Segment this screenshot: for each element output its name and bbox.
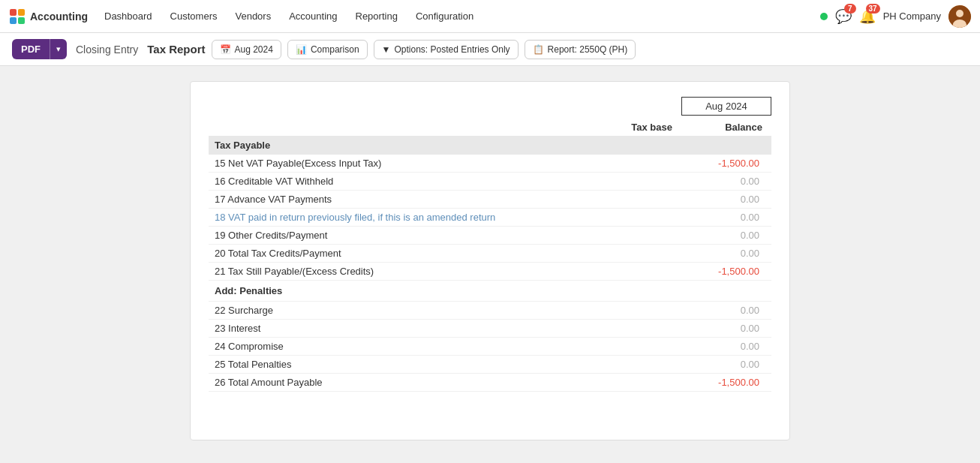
activity-notification[interactable]: 🔔 37: [859, 8, 876, 25]
table-row: 22 Surcharge 0.00: [209, 302, 771, 320]
avatar-icon: [948, 5, 971, 28]
company-name: PH Company: [883, 11, 941, 22]
avatar[interactable]: [948, 5, 971, 28]
nav-vendors[interactable]: Vendors: [227, 6, 278, 26]
chart-icon: 📊: [296, 44, 307, 55]
filter-icon: ▼: [382, 44, 391, 55]
options-label: Options: Posted Entries Only: [394, 44, 510, 55]
comparison-label: Comparison: [311, 44, 359, 55]
table-row: 17 Advance VAT Payments 0.00: [209, 191, 771, 209]
brand-label: Accounting: [30, 11, 88, 23]
table-row: 16 Creditable VAT Withheld 0.00: [209, 173, 771, 191]
row-21-label: 21 Tax Still Payable/(Excess Credits): [215, 266, 585, 277]
table-row: 23 Interest 0.00: [209, 320, 771, 338]
report-header: Aug 2024: [209, 97, 771, 116]
row-20-label: 20 Total Tax Credits/Payment: [215, 248, 585, 259]
report-type-button[interactable]: 📋 Report: 2550Q (PH): [525, 40, 636, 59]
row-20-balance: 0.00: [675, 248, 765, 259]
calendar-icon: 📅: [220, 44, 231, 55]
pdf-button-group: PDF ▾: [12, 39, 67, 59]
row-23-balance: 0.00: [675, 323, 765, 334]
row-17-label: 17 Advance VAT Payments: [215, 194, 585, 205]
table-row: 15 Net VAT Payable(Excess Input Tax) -1,…: [209, 155, 771, 173]
pdf-caret-button[interactable]: ▾: [50, 39, 67, 59]
subsection-header-penalties: Add: Penalties: [209, 281, 771, 302]
svg-rect-1: [18, 9, 25, 16]
row-25-balance: 0.00: [675, 359, 765, 370]
row-24-balance: 0.00: [675, 341, 765, 352]
row-21-balance: -1,500.00: [675, 266, 765, 277]
table-row: 24 Compromise 0.00: [209, 338, 771, 356]
row-18-label[interactable]: 18 VAT paid in return previously filed, …: [215, 212, 585, 223]
nav-reporting[interactable]: Reporting: [348, 6, 405, 26]
svg-rect-0: [10, 9, 17, 16]
report-title: Tax Report: [147, 43, 205, 56]
table-row: 20 Total Tax Credits/Payment 0.00: [209, 245, 771, 263]
balance-header: Balance: [678, 122, 768, 133]
navbar: Accounting Dashboard Customers Vendors A…: [0, 0, 980, 33]
tax-base-header: Tax base: [588, 122, 678, 133]
svg-rect-3: [18, 17, 25, 24]
chat-badge: 7: [844, 4, 856, 14]
nav-customers[interactable]: Customers: [163, 6, 225, 26]
table-row: 19 Other Credits/Payment 0.00: [209, 227, 771, 245]
report-icon: 📋: [533, 44, 544, 55]
brand-icon: [9, 8, 26, 25]
row-19-label: 19 Other Credits/Payment: [215, 230, 585, 241]
row-25-label: 25 Total Penalties: [215, 359, 585, 370]
main-content: Aug 2024 Tax base Balance Tax Payable 15…: [0, 66, 980, 455]
period-button[interactable]: 📅 Aug 2024: [212, 40, 281, 59]
notif-badge: 37: [866, 4, 880, 14]
row-16-balance: 0.00: [675, 176, 765, 187]
chat-notification[interactable]: 💬 7: [835, 8, 852, 25]
svg-rect-2: [10, 17, 17, 24]
row-15-label: 15 Net VAT Payable(Excess Input Tax): [215, 158, 585, 169]
toolbar: PDF ▾ Closing Entry Tax Report 📅 Aug 202…: [0, 33, 980, 66]
table-row: 25 Total Penalties 0.00: [209, 356, 771, 374]
row-24-label: 24 Compromise: [215, 341, 585, 352]
closing-entry-label: Closing Entry: [73, 44, 141, 56]
section-header-tax-payable: Tax Payable: [209, 136, 771, 155]
row-26-label: 26 Total Amount Payable: [215, 377, 585, 388]
report-type-label: Report: 2550Q (PH): [548, 44, 628, 55]
navbar-right: 💬 7 🔔 37 PH Company: [820, 5, 971, 28]
report-container: Aug 2024 Tax base Balance Tax Payable 15…: [190, 81, 790, 440]
row-19-balance: 0.00: [675, 230, 765, 241]
row-18-balance: 0.00: [675, 212, 765, 223]
nav-dashboard[interactable]: Dashboard: [97, 6, 160, 26]
brand[interactable]: Accounting: [9, 8, 88, 25]
comparison-button[interactable]: 📊 Comparison: [287, 40, 368, 59]
online-status-dot: [820, 13, 828, 20]
row-17-balance: 0.00: [675, 194, 765, 205]
svg-point-5: [956, 10, 963, 17]
table-row: 26 Total Amount Payable -1,500.00: [209, 374, 771, 392]
nav-accounting[interactable]: Accounting: [281, 6, 344, 26]
period-label: Aug 2024: [235, 44, 273, 55]
options-button[interactable]: ▼ Options: Posted Entries Only: [374, 40, 519, 59]
table-row: 18 VAT paid in return previously filed, …: [209, 209, 771, 227]
row-22-balance: 0.00: [675, 305, 765, 316]
column-headers: Tax base Balance: [209, 122, 771, 133]
table-row: 21 Tax Still Payable/(Excess Credits) -1…: [209, 263, 771, 281]
row-22-label: 22 Surcharge: [215, 305, 585, 316]
row-16-label: 16 Creditable VAT Withheld: [215, 176, 585, 187]
period-box: Aug 2024: [681, 97, 771, 116]
row-23-label: 23 Interest: [215, 323, 585, 334]
pdf-main-button[interactable]: PDF: [12, 39, 50, 59]
row-15-balance: -1,500.00: [675, 158, 765, 169]
row-26-balance: -1,500.00: [675, 377, 765, 388]
report-body: Tax Payable 15 Net VAT Payable(Excess In…: [209, 136, 771, 392]
nav-configuration[interactable]: Configuration: [408, 6, 481, 26]
